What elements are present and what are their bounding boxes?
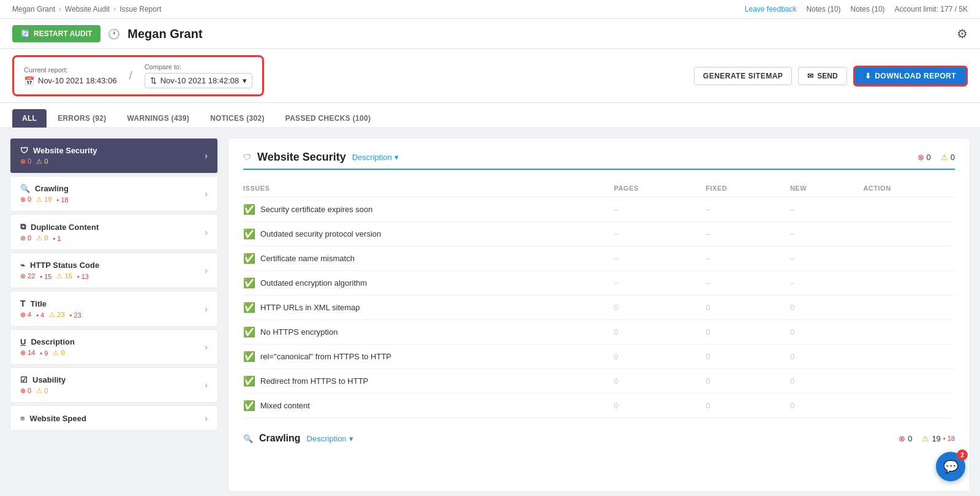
col-issues: ISSUES <box>243 180 606 197</box>
filter-tab-notices[interactable]: NOTICES (302) <box>200 109 274 128</box>
issues-table: ISSUES PAGES FIXED NEW ACTION ✅ Security… <box>243 180 955 418</box>
chat-button[interactable]: 💬 2 <box>936 452 965 481</box>
filter-tab-all[interactable]: ALL <box>12 109 47 128</box>
issue-fixed-cell: – <box>698 271 783 296</box>
issue-fixed-cell: 0 <box>698 394 783 418</box>
dup-error-stat: ⊗ 0 <box>20 234 31 242</box>
report-compare-section: Current report: 📅 Nov-10 2021 18:43:06 /… <box>12 55 264 96</box>
sidebar-item-website-security-title: 🛡 Website Security <box>20 146 97 155</box>
notes-label[interactable]: Notes (10) <box>851 5 885 13</box>
page-title: Megan Grant <box>127 27 202 41</box>
issue-name-cell: ✅ Certificate name mismatch <box>243 246 606 271</box>
restart-icon: 🔄 <box>21 29 30 38</box>
compare-date-dropdown[interactable]: ⇅ Nov-10 2021 18:42:08 ▾ <box>145 73 253 88</box>
table-row[interactable]: ✅ rel="canonical" from HTTPS to HTTP 0 0… <box>243 345 955 369</box>
table-row[interactable]: ✅ Certificate name mismatch – – – <box>243 246 955 271</box>
issue-name-text: Certificate name mismatch <box>260 254 355 263</box>
check-icon: ✅ <box>243 253 255 264</box>
chevron-right-icon-dup: › <box>205 227 208 237</box>
download-icon: ⬇ <box>865 72 872 80</box>
section2-header: 🔍 Crawling Description ▾ ⊗ 0 ⚠ 19 • 18 <box>243 433 955 449</box>
send-button[interactable]: ✉ SEND <box>798 67 846 85</box>
speed-icon: ≡ <box>20 414 25 423</box>
sidebar-duplicate-label: Duplicate Content <box>31 223 99 232</box>
issue-action-cell <box>856 197 955 222</box>
sidebar-item-http-status[interactable]: ⌁ HTTP Status Code ⊗ 22 • 15 ⚠ 15 • 13 › <box>10 253 218 288</box>
issue-new-cell: 0 <box>783 296 856 320</box>
chevron-right-icon-http: › <box>205 265 208 275</box>
table-row[interactable]: ✅ Mixed content 0 0 0 <box>243 394 955 418</box>
title-icon: T <box>20 299 26 308</box>
table-row[interactable]: ✅ Outdated encryption algorithm – – – <box>243 271 955 296</box>
issue-pages-cell: 0 <box>606 296 698 320</box>
gear-icon[interactable]: ⚙ <box>957 26 968 41</box>
section1-header: 🛡 Website Security Description ▾ ⊗ 0 ⚠ 0 <box>243 151 955 170</box>
filter-tab-warnings[interactable]: WARNINGS (439) <box>118 109 200 128</box>
generate-sitemap-button[interactable]: GENERATE SITEMAP <box>694 67 792 85</box>
header-left: 🔄 RESTART AUDIT 🕐 Megan Grant <box>12 25 203 42</box>
http-new-error-stat: • 15 <box>40 273 51 280</box>
dup-new-stat: • 1 <box>53 235 61 242</box>
filter-bar: ALL ERRORS (92) WARNINGS (439) NOTICES (… <box>0 103 980 128</box>
title-warning-stat: ⚠ 23 <box>49 311 64 319</box>
issue-pages-cell: – <box>606 246 698 271</box>
sidebar-duplicate-stats: ⊗ 0 ⚠ 0 • 1 <box>20 234 99 242</box>
chevron-right-icon-desc: › <box>205 342 208 352</box>
filter-tab-passed[interactable]: PASSED CHECKS (100) <box>276 109 381 128</box>
issue-name-cell: ✅ No HTTPS encryption <box>243 320 606 345</box>
table-row[interactable]: ✅ HTTP URLs in XML sitemap 0 0 0 <box>243 296 955 320</box>
section1-error-count: 0 <box>927 153 931 162</box>
sidebar-item-usability[interactable]: ☑ Usability ⊗ 0 ⚠ 0 › <box>10 367 218 403</box>
desc-warning-stat: ⚠ 0 <box>53 349 64 357</box>
download-report-button[interactable]: ⬇ DOWNLOAD REPORT <box>853 66 968 86</box>
section2-new-warn: • 18 <box>943 435 955 442</box>
sidebar-item-description[interactable]: U Description ⊗ 14 • 9 ⚠ 0 › <box>10 329 218 365</box>
issue-name-text: Mixed content <box>260 401 310 410</box>
breadcrumb-item-1[interactable]: Megan Grant <box>12 5 55 13</box>
sidebar-item-title[interactable]: T Title ⊗ 4 • 4 ⚠ 23 • 23 › <box>10 291 218 327</box>
issue-name-text: Outdated encryption algorithm <box>260 278 367 288</box>
section1-error-icon: ⊗ <box>918 153 924 162</box>
table-row[interactable]: ✅ No HTTPS encryption 0 0 0 <box>243 320 955 345</box>
section2-warning-icon: ⚠ <box>922 434 929 443</box>
current-report-label: Current report: <box>24 66 117 74</box>
issue-name-cell: ✅ rel="canonical" from HTTPS to HTTP <box>243 345 606 369</box>
sidebar-http-stats: ⊗ 22 • 15 ⚠ 15 • 13 <box>20 272 99 280</box>
chevron-right-icon: › <box>205 151 208 161</box>
notes-link[interactable]: Notes (10) <box>807 5 841 13</box>
sidebar-item-crawling[interactable]: 🔍 Crawling ⊗ 0 ⚠ 19 • 18 › <box>10 176 218 212</box>
issue-name-text: rel="canonical" from HTTPS to HTTP <box>260 352 391 361</box>
sidebar-item-crawling-left: 🔍 Crawling ⊗ 0 ⚠ 19 • 18 <box>20 184 69 204</box>
table-row[interactable]: ✅ Redirect from HTTPS to HTTP 0 0 0 <box>243 369 955 394</box>
chevron-down-icon: ▾ <box>243 76 247 85</box>
table-row[interactable]: ✅ Security certificate expires soon – – … <box>243 197 955 222</box>
issue-action-cell <box>856 369 955 394</box>
sidebar-item-usability-left: ☑ Usability ⊗ 0 ⚠ 0 <box>20 375 66 395</box>
leave-feedback-link[interactable]: Leave feedback <box>745 5 797 13</box>
check-icon: ✅ <box>243 326 255 338</box>
section1-description-link[interactable]: Description ▾ <box>352 153 399 162</box>
issue-fixed-cell: 0 <box>698 369 783 394</box>
sidebar-item-http-title: ⌁ HTTP Status Code <box>20 261 99 270</box>
breadcrumb-item-3: Issue Report <box>119 5 161 13</box>
desc-new-error-stat: • 9 <box>40 349 48 357</box>
issue-new-cell: – <box>783 271 856 296</box>
calendar-icon: 📅 <box>24 76 34 86</box>
issue-action-cell <box>856 296 955 320</box>
top-bar: Megan Grant › Website Audit › Issue Repo… <box>0 0 980 19</box>
check-icon: ✅ <box>243 277 255 289</box>
table-row[interactable]: ✅ Outdated security protocol version – –… <box>243 222 955 246</box>
sidebar-title-stats: ⊗ 4 • 4 ⚠ 23 • 23 <box>20 311 81 319</box>
sidebar-item-duplicate-content[interactable]: ⧉ Duplicate Content ⊗ 0 ⚠ 0 • 1 › <box>10 214 218 250</box>
report-bar: Current report: 📅 Nov-10 2021 18:43:06 /… <box>0 49 980 103</box>
sidebar-crawling-stats: ⊗ 0 ⚠ 19 • 18 <box>20 196 69 204</box>
breadcrumb-item-2[interactable]: Website Audit <box>65 5 110 13</box>
sidebar-item-website-speed[interactable]: ≡ Website Speed › <box>10 405 218 431</box>
clock-icon[interactable]: 🕐 <box>108 28 120 40</box>
issue-fixed-cell: – <box>698 222 783 246</box>
section2-description-link[interactable]: Description ▾ <box>307 434 353 443</box>
current-report-date: 📅 Nov-10 2021 18:43:06 <box>24 76 117 86</box>
sidebar-item-website-security[interactable]: 🛡 Website Security ⊗ 0 ⚠ 0 › <box>10 138 218 174</box>
restart-audit-button[interactable]: 🔄 RESTART AUDIT <box>12 25 100 42</box>
filter-tab-errors[interactable]: ERRORS (92) <box>48 109 116 128</box>
